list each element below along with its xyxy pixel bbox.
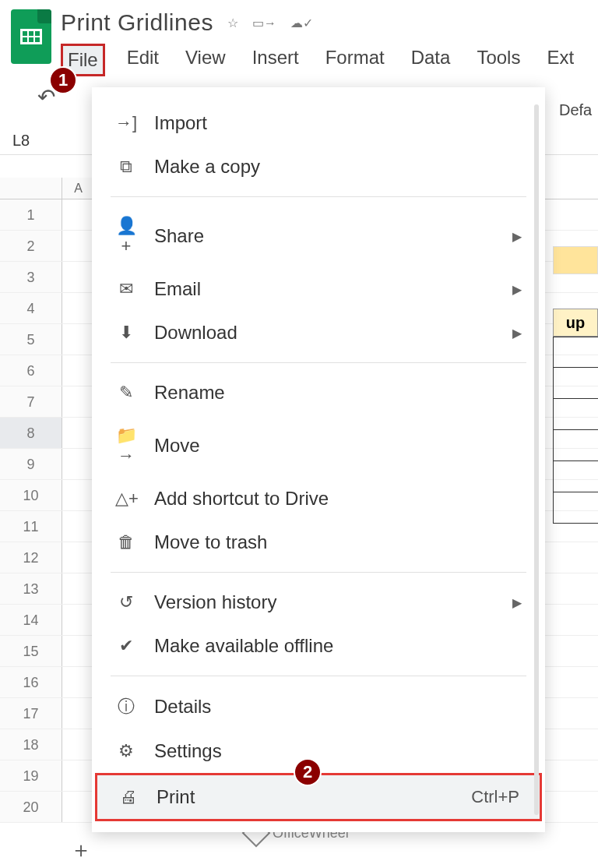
menu-item-print[interactable]: 🖨 Print 2 Ctrl+P <box>95 773 542 821</box>
submenu-arrow-icon: ▶ <box>512 282 522 297</box>
row-header[interactable]: 4 <box>0 293 62 323</box>
menu-item-download[interactable]: ⬇Download▶ <box>92 311 545 355</box>
menu-item-version-history[interactable]: ↺Version history▶ <box>92 580 545 624</box>
submenu-arrow-icon: ▶ <box>512 229 522 244</box>
menu-item-label: Email <box>154 278 201 300</box>
sheets-logo[interactable] <box>11 9 51 64</box>
menu-item-email[interactable]: ✉Email▶ <box>92 267 545 311</box>
menu-item-icon: ✉ <box>115 279 137 299</box>
shortcut-label: Ctrl+P <box>471 787 519 807</box>
select-all-corner[interactable] <box>0 178 62 199</box>
menu-item-label: Move <box>154 435 200 457</box>
row-header[interactable]: 2 <box>0 231 62 261</box>
col-header-a[interactable]: A <box>62 178 95 199</box>
row-header[interactable]: 3 <box>0 262 62 292</box>
menu-item-make-a-copy[interactable]: ⧉Make a copy <box>92 145 545 189</box>
menu-format[interactable]: Format <box>321 44 389 76</box>
menu-tools[interactable]: Tools <box>472 44 525 76</box>
menu-edit[interactable]: Edit <box>122 44 164 76</box>
menu-item-label: Print <box>157 786 195 808</box>
row-header[interactable]: 9 <box>0 449 62 479</box>
file-menu-dropdown: →]Import⧉Make a copy👤+Share▶✉Email▶⬇Down… <box>92 87 545 832</box>
menu-view[interactable]: View <box>181 44 230 76</box>
menu-bar: File1 Edit View Insert Format Data Tools… <box>61 44 579 76</box>
row-header[interactable]: 7 <box>0 386 62 417</box>
menu-item-icon: ✔ <box>115 636 137 656</box>
menu-item-details[interactable]: ⓘDetails <box>92 684 545 729</box>
menu-item-label: Make a copy <box>154 156 260 178</box>
menu-separator <box>111 196 526 197</box>
row-header[interactable]: 12 <box>0 542 62 573</box>
menu-item-icon: 🗑 <box>115 532 137 552</box>
star-icon[interactable]: ☆ <box>227 16 238 30</box>
menu-item-icon: →] <box>115 113 137 133</box>
row-header[interactable]: 16 <box>0 667 62 697</box>
menu-item-icon: ⚙ <box>115 741 137 761</box>
annotation-2: 2 <box>294 758 322 786</box>
row-header[interactable]: 8 <box>0 418 62 448</box>
menu-item-icon: ⬇ <box>115 323 137 343</box>
row-header[interactable]: 14 <box>0 605 62 635</box>
doc-title[interactable]: Print Gridlines <box>61 9 213 36</box>
row-header[interactable]: 6 <box>0 355 62 386</box>
cell-highlight <box>553 246 598 274</box>
row-header[interactable]: 5 <box>0 324 62 355</box>
print-icon: 🖨 <box>118 787 139 807</box>
toolbar-text-cut: Defa <box>559 101 592 119</box>
submenu-arrow-icon: ▶ <box>512 326 522 340</box>
menu-item-rename[interactable]: ✎Rename <box>92 371 545 415</box>
row-header[interactable]: 1 <box>0 199 62 230</box>
menu-item-label: Rename <box>154 382 225 404</box>
annotation-1: 1 <box>49 66 77 94</box>
dropdown-scrollbar[interactable] <box>534 104 539 815</box>
menu-data[interactable]: Data <box>406 44 456 76</box>
row-header[interactable]: 20 <box>0 792 62 822</box>
row-header[interactable]: 11 <box>0 511 62 542</box>
bordered-cells <box>553 337 598 524</box>
menu-item-label: Version history <box>154 591 276 613</box>
menu-separator <box>111 572 526 573</box>
menu-item-label: Download <box>154 322 237 344</box>
menu-item-label: Move to trash <box>154 531 267 553</box>
row-header[interactable]: 10 <box>0 480 62 510</box>
menu-insert[interactable]: Insert <box>248 44 304 76</box>
menu-item-label: Make available offline <box>154 635 333 657</box>
menu-item-label: Settings <box>154 740 222 762</box>
add-sheet-icon[interactable]: ＋ <box>70 835 92 865</box>
menu-item-label: Import <box>154 112 207 134</box>
menu-file[interactable]: File1 <box>61 44 105 76</box>
menu-extensions[interactable]: Ext <box>542 44 579 76</box>
cloud-status-icon[interactable]: ☁✓ <box>290 16 313 30</box>
menu-item-icon: ↺ <box>115 592 137 612</box>
menu-item-import[interactable]: →]Import <box>92 101 545 145</box>
cell-header-cut: up <box>553 309 598 337</box>
menu-item-label: Add shortcut to Drive <box>154 488 329 510</box>
menu-separator <box>111 676 526 676</box>
menu-separator <box>111 362 526 363</box>
menu-item-icon: 👤+ <box>115 216 137 256</box>
menu-item-icon: ✎ <box>115 383 137 403</box>
menu-item-share[interactable]: 👤+Share▶ <box>92 205 545 267</box>
row-header[interactable]: 18 <box>0 729 62 760</box>
menu-item-label: Details <box>154 696 211 718</box>
menu-item-icon: ⓘ <box>115 695 137 718</box>
menu-item-move-to-trash[interactable]: 🗑Move to trash <box>92 520 545 564</box>
row-header[interactable]: 19 <box>0 760 62 791</box>
menu-item-icon: 📁→ <box>115 425 137 466</box>
menu-item-move[interactable]: 📁→Move <box>92 415 545 477</box>
menu-item-make-available-offline[interactable]: ✔Make available offline <box>92 624 545 668</box>
menu-item-icon: ⧉ <box>115 157 137 177</box>
row-header[interactable]: 15 <box>0 636 62 666</box>
menu-item-icon: △+ <box>115 489 137 509</box>
row-header[interactable]: 17 <box>0 698 62 729</box>
menu-item-add-shortcut-to-drive[interactable]: △+Add shortcut to Drive <box>92 477 545 520</box>
row-header[interactable]: 13 <box>0 573 62 604</box>
move-folder-icon[interactable]: ▭→ <box>252 16 276 30</box>
submenu-arrow-icon: ▶ <box>512 595 522 610</box>
menu-item-label: Share <box>154 225 204 247</box>
